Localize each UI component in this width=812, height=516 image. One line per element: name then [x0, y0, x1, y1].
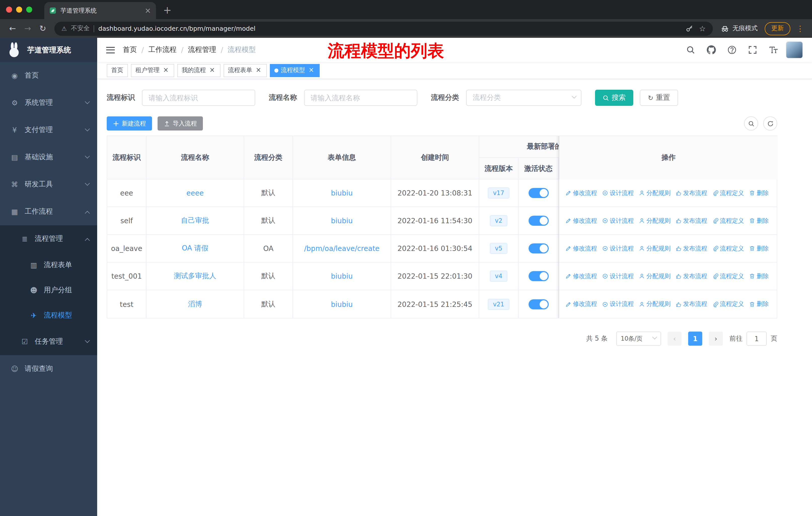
toggle-search-button[interactable] [744, 116, 758, 131]
delete-link[interactable]: 删除 [749, 272, 769, 280]
goto-page-input[interactable] [747, 332, 767, 346]
active-toggle[interactable] [528, 299, 548, 309]
font-size-icon[interactable] [769, 45, 778, 54]
sidebar-toggle-icon[interactable] [97, 47, 123, 53]
sidebar-item-leave-query[interactable]: ☺ 请假查询 [0, 355, 97, 382]
form-info-link[interactable]: biubiu [331, 300, 353, 308]
tag-home[interactable]: 首页 [107, 64, 128, 77]
design-link[interactable]: 设计流程 [602, 216, 634, 225]
assign-rules-link[interactable]: 分配规则 [639, 216, 671, 225]
sidebar-item-task-management[interactable]: ☑ 任务管理 [0, 328, 97, 355]
tag-my-process[interactable]: 我的流程× [177, 64, 221, 77]
sidebar-item-process-management[interactable]: ≣ 流程管理 [0, 225, 97, 252]
reload-icon[interactable]: ↻ [36, 24, 49, 33]
next-page-button[interactable]: › [709, 332, 723, 346]
delete-link[interactable]: 删除 [749, 216, 769, 225]
assign-rules-link[interactable]: 分配规则 [639, 244, 671, 253]
publish-link[interactable]: 发布流程 [675, 300, 707, 308]
close-tab-icon[interactable]: × [145, 7, 151, 14]
question-icon[interactable] [727, 45, 736, 54]
import-process-button[interactable]: 导入流程 [157, 116, 203, 131]
prev-page-button[interactable]: ‹ [668, 332, 682, 346]
bookmark-star-icon[interactable]: ☆ [699, 24, 706, 33]
fullscreen-icon[interactable] [748, 45, 757, 54]
assign-rules-link[interactable]: 分配规则 [639, 272, 671, 280]
sidebar-item-process-form[interactable]: ▥ 流程表单 [0, 252, 97, 278]
tag-process-form[interactable]: 流程表单× [224, 64, 267, 77]
active-toggle[interactable] [528, 243, 548, 253]
publish-link[interactable]: 发布流程 [675, 216, 707, 225]
close-tag-icon[interactable]: × [308, 66, 315, 74]
github-icon[interactable] [707, 45, 716, 54]
design-link[interactable]: 设计流程 [602, 272, 634, 280]
browser-tab[interactable]: 芋道管理系统 × [44, 2, 156, 19]
definition-link[interactable]: 流程定义 [712, 300, 744, 308]
breadcrumb-item[interactable]: 流程管理 [188, 45, 216, 54]
close-window-button[interactable] [6, 6, 12, 12]
process-name-link[interactable]: OA 请假 [182, 244, 208, 253]
sidebar-item-workflow[interactable]: ▦ 工作流程 [0, 198, 97, 225]
security-label[interactable]: 不安全 [71, 24, 90, 33]
design-link[interactable]: 设计流程 [602, 300, 634, 308]
delete-link[interactable]: 删除 [749, 189, 769, 197]
process-name-link[interactable]: 测试多审批人 [174, 272, 216, 281]
modify-link[interactable]: 修改流程 [565, 244, 597, 253]
assign-rules-link[interactable]: 分配规则 [639, 189, 671, 197]
process-key-input[interactable] [142, 90, 255, 106]
sidebar-item-system-management[interactable]: ⚙ 系统管理 [0, 89, 97, 116]
forward-icon[interactable]: → [21, 24, 34, 33]
close-tag-icon[interactable]: × [255, 66, 262, 74]
design-link[interactable]: 设计流程 [602, 244, 634, 253]
breadcrumb-item[interactable]: 首页 [123, 45, 137, 54]
close-tag-icon[interactable]: × [162, 66, 170, 74]
page-size-select[interactable]: 10条/页 [616, 332, 661, 346]
search-icon[interactable] [686, 45, 695, 54]
maximize-window-button[interactable] [26, 6, 32, 12]
assign-rules-link[interactable]: 分配规则 [639, 300, 671, 308]
modify-link[interactable]: 修改流程 [565, 272, 597, 280]
url-text[interactable]: dashboard.yudao.iocoder.cn/bpm/manager/m… [98, 25, 256, 32]
new-process-button[interactable]: 新建流程 [107, 116, 152, 131]
sidebar-item-infrastructure[interactable]: ▤ 基础设施 [0, 144, 97, 171]
breadcrumb-item[interactable]: 工作流程 [148, 45, 176, 54]
publish-link[interactable]: 发布流程 [675, 272, 707, 280]
process-name-link[interactable]: 自己审批 [181, 216, 209, 225]
definition-link[interactable]: 流程定义 [712, 216, 744, 225]
design-link[interactable]: 设计流程 [602, 189, 634, 197]
sidebar-item-process-model[interactable]: ✈ 流程模型 [0, 303, 97, 328]
process-name-link[interactable]: 滔博 [188, 300, 202, 309]
definition-link[interactable]: 流程定义 [712, 272, 744, 280]
active-toggle[interactable] [528, 188, 548, 198]
key-icon[interactable] [686, 25, 693, 32]
minimize-window-button[interactable] [16, 6, 22, 12]
process-category-select[interactable]: 流程分类 [466, 90, 581, 106]
tag-process-model[interactable]: 流程模型× [270, 64, 320, 77]
sidebar-item-home[interactable]: ◉ 首页 [0, 62, 97, 89]
form-info-link[interactable]: biubiu [331, 217, 353, 225]
delete-link[interactable]: 删除 [749, 300, 769, 308]
form-info-link[interactable]: biubiu [331, 272, 353, 280]
active-toggle[interactable] [528, 271, 548, 281]
modify-link[interactable]: 修改流程 [565, 216, 597, 225]
modify-link[interactable]: 修改流程 [565, 300, 597, 308]
reset-button[interactable]: ↻ 重置 [640, 90, 678, 106]
process-name-input[interactable] [304, 90, 417, 106]
sidebar-item-dev-tools[interactable]: ⌘ 研发工具 [0, 171, 97, 198]
definition-link[interactable]: 流程定义 [712, 244, 744, 253]
refresh-table-button[interactable] [763, 116, 777, 131]
sidebar-item-user-group[interactable]: ☻ 用户分组 [0, 278, 97, 303]
back-icon[interactable]: ← [6, 24, 19, 33]
close-tag-icon[interactable]: × [208, 66, 216, 74]
delete-link[interactable]: 删除 [749, 244, 769, 253]
new-tab-button[interactable]: + [163, 5, 172, 15]
update-button[interactable]: 更新 [765, 22, 790, 35]
form-info-link[interactable]: /bpm/oa/leave/create [304, 244, 380, 252]
sidebar-item-payment-management[interactable]: ¥ 支付管理 [0, 116, 97, 144]
form-info-link[interactable]: biubiu [331, 189, 353, 197]
modify-link[interactable]: 修改流程 [565, 189, 597, 197]
browser-menu-icon[interactable]: ⋮ [796, 24, 804, 33]
tag-tenant[interactable]: 租户管理× [131, 64, 174, 77]
process-name-link[interactable]: eeee [186, 189, 204, 197]
address-bar[interactable]: ⚠ 不安全 dashboard.yudao.iocoder.cn/bpm/man… [54, 21, 713, 35]
active-toggle[interactable] [528, 216, 548, 226]
